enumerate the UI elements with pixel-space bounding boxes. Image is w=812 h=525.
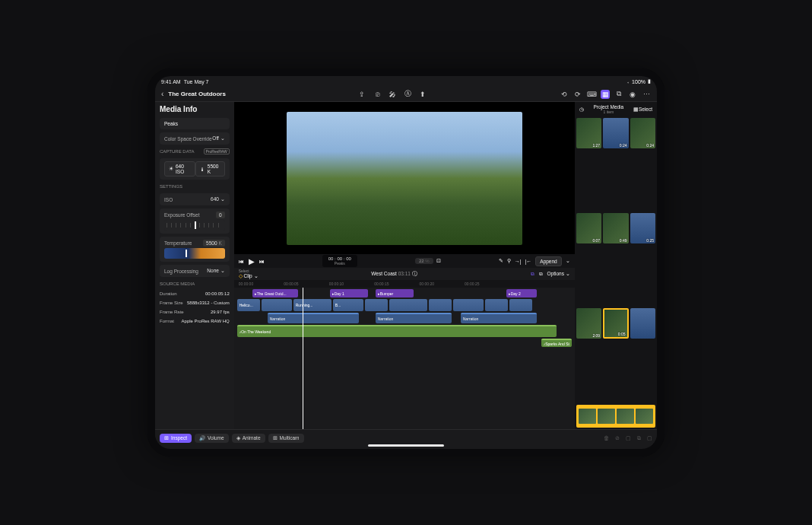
- title-clip[interactable]: ▸ The Great Outd...: [252, 289, 298, 298]
- history-fwd-icon[interactable]: ⟳: [573, 90, 582, 99]
- media-thumb-selected[interactable]: 0:05: [603, 308, 628, 339]
- title-clip[interactable]: ▸ Bumper: [376, 289, 414, 298]
- mic-icon[interactable]: 🎤︎: [388, 90, 397, 99]
- blade-icon[interactable]: ✎: [499, 258, 503, 264]
- video-clip[interactable]: [453, 299, 484, 311]
- video-clip[interactable]: Helico...: [237, 299, 260, 311]
- browser-toggle-icon[interactable]: ▦: [601, 90, 610, 99]
- append-dropdown-icon[interactable]: ⌄: [566, 258, 570, 264]
- video-clip[interactable]: [389, 299, 427, 311]
- play-button[interactable]: ▶: [249, 257, 255, 266]
- media-browser: ◷ Project Media1 item ▦ Select 1:27 0:24…: [575, 102, 657, 429]
- media-thumb[interactable]: 0:24: [630, 118, 655, 148]
- settings-header: SETTINGS: [160, 184, 230, 189]
- back-button[interactable]: ‹: [161, 90, 163, 98]
- layers-icon[interactable]: ⧉: [614, 90, 623, 99]
- trim-start-icon[interactable]: →|: [515, 259, 522, 264]
- audio-clip[interactable]: Narration: [268, 313, 359, 323]
- video-clip[interactable]: [429, 299, 452, 311]
- exposure-slider[interactable]: [164, 220, 225, 231]
- preview-image: [287, 112, 522, 245]
- media-thumb[interactable]: 0:25: [630, 213, 655, 243]
- clip-name-row[interactable]: Peaks: [160, 118, 230, 129]
- exposure-row: Exposure Offset0: [160, 208, 230, 234]
- select-button[interactable]: Select: [639, 107, 652, 112]
- keyboard-icon[interactable]: ⌨: [587, 90, 596, 99]
- iso-chip[interactable]: ☀ 640 ISO: [164, 161, 195, 177]
- video-clip[interactable]: [262, 299, 292, 311]
- more-icon[interactable]: ⋯: [642, 90, 651, 99]
- prev-frame-icon[interactable]: ⏮: [239, 259, 244, 264]
- tab-inspect[interactable]: ⊞ Inspect: [160, 434, 192, 443]
- append-button[interactable]: Append: [535, 256, 561, 266]
- playhead[interactable]: [303, 288, 303, 429]
- zoom-value[interactable]: 22 %: [415, 258, 433, 264]
- audio-clip[interactable]: Narration: [376, 313, 452, 323]
- title-clip[interactable]: ▸ Day 2: [506, 289, 537, 298]
- iso-row[interactable]: ISO 640 ⌄: [160, 193, 230, 205]
- tab-volume[interactable]: 🔊 Volume: [195, 434, 229, 443]
- toolbar: ‹ The Great Outdoors ⇪ ⎚ 🎤︎ Ⓐ ⬆ ⟲ ⟳ ⌨ ▦ …: [155, 87, 657, 102]
- battery-icon: ▮: [648, 78, 651, 84]
- video-clip[interactable]: [365, 299, 388, 311]
- media-thumb[interactable]: 1:27: [576, 118, 601, 148]
- timeline-project-name: West Coast: [371, 271, 396, 276]
- history-back-icon[interactable]: ⟲: [560, 90, 569, 99]
- camera-icon[interactable]: ⎚: [373, 90, 382, 99]
- next-frame-icon[interactable]: ⏭: [259, 259, 265, 264]
- inspector-title: Media Info: [160, 105, 230, 113]
- media-thumb[interactable]: 2:09: [576, 308, 601, 339]
- tab-animate[interactable]: ◈ Animate: [232, 434, 265, 443]
- color-space-row[interactable]: Color Space Override Off ⌄: [160, 132, 230, 145]
- timeline: ▸ The Great Outd... ▸ Day 1 ▸ Bumper ▸ D…: [234, 288, 575, 429]
- media-thumb[interactable]: 0:24: [603, 118, 628, 148]
- title-clip[interactable]: ▸ Day 1: [330, 289, 368, 298]
- options-button[interactable]: Options ⌄: [547, 271, 570, 277]
- capture-chips: ☀ 640 ISO 🌡 5500 K: [160, 158, 230, 180]
- trash-icon[interactable]: 🗑: [604, 435, 609, 441]
- video-clip[interactable]: B...: [333, 299, 363, 311]
- inspector-panel: Media Info Peaks Color Space Override Of…: [155, 102, 234, 429]
- grid-icon[interactable]: ▦: [633, 107, 639, 113]
- media-thumb[interactable]: 0:07: [576, 213, 601, 243]
- temp-chip[interactable]: 🌡 5500 K: [195, 161, 225, 177]
- battery-pct: 100%: [632, 79, 645, 84]
- log-row[interactable]: Log Processing None ⌄: [160, 265, 230, 277]
- media-thumb[interactable]: 0:49: [603, 213, 628, 243]
- filmstrip[interactable]: [576, 405, 655, 428]
- info-icon[interactable]: ⓘ: [412, 271, 417, 276]
- timeline-ruler[interactable]: 00:00:0000:00:0500:00:1000:00:1500:00:20…: [234, 280, 575, 288]
- temperature-slider[interactable]: [164, 248, 225, 259]
- export-icon[interactable]: ⬆: [418, 90, 427, 99]
- wifi-icon: ⬫: [626, 79, 630, 84]
- music-clip[interactable]: ♪ Sparks And St: [541, 339, 572, 347]
- video-clip[interactable]: [485, 299, 508, 311]
- media-thumb[interactable]: [630, 308, 655, 339]
- magnet-icon[interactable]: ⧉: [531, 271, 534, 277]
- link-icon[interactable]: ⧉: [539, 271, 543, 277]
- audio-clip[interactable]: Narration: [461, 313, 537, 323]
- status-date: Tue May 7: [184, 79, 209, 84]
- timecode-display[interactable]: 00 : 00 : 00Peaks: [322, 255, 357, 267]
- text-tool-icon[interactable]: Ⓐ: [403, 90, 412, 99]
- anchor-icon[interactable]: ⚲: [507, 258, 511, 264]
- music-clip[interactable]: ♪ On The Weekend: [237, 325, 557, 337]
- tool1-icon[interactable]: ▢: [626, 435, 631, 441]
- tab-multicam[interactable]: ⊞ Multicam: [268, 434, 304, 443]
- video-clip[interactable]: [509, 299, 532, 311]
- audio-scope-icon[interactable]: ◉: [628, 90, 637, 99]
- disable-icon[interactable]: ⊘: [615, 435, 620, 441]
- bottom-tabs: ⊞ Inspect 🔊 Volume ◈ Animate ⊞ Multicam …: [155, 429, 657, 446]
- tool3-icon[interactable]: ▢: [647, 435, 652, 441]
- tool2-icon[interactable]: ⧉: [637, 435, 641, 441]
- browser-title: Project Media: [584, 104, 633, 110]
- capture-data-header: CAPTURE DATA: [160, 149, 194, 154]
- home-indicator[interactable]: [368, 444, 444, 447]
- timeline-header: Select◇ Clip ⌄ West Coast 03:11 ⓘ ⧉ ⧉ Op…: [234, 268, 575, 280]
- share-icon[interactable]: ⇪: [357, 90, 366, 99]
- video-clip[interactable]: Running...: [293, 299, 331, 311]
- project-title: The Great Outdoors: [168, 91, 226, 97]
- trim-end-icon[interactable]: |←: [525, 259, 531, 264]
- pip-icon[interactable]: ⊡: [436, 258, 441, 264]
- viewer: [234, 102, 575, 254]
